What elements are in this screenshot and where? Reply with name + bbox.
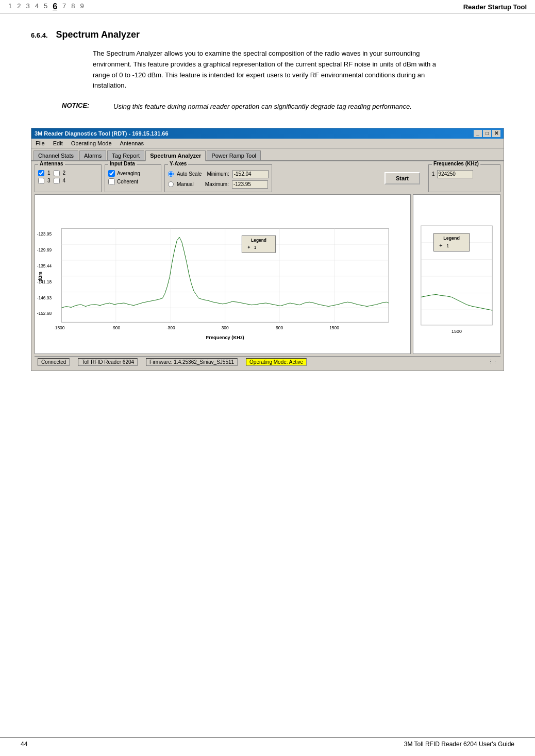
svg-text:1: 1 <box>446 243 449 248</box>
freq-row: 1 <box>432 170 497 178</box>
app-title: Reader Startup Tool <box>463 3 527 11</box>
section-heading: 6.6.4. Spectrum Analyzer <box>31 29 504 40</box>
status-bar: Connected Toll RFID Reader 6204 Firmware… <box>35 356 500 367</box>
coherent-label: Coherent <box>117 179 138 184</box>
tab-power-ramp-tool[interactable]: Power Ramp Tool <box>207 150 261 160</box>
svg-text:900: 900 <box>276 325 283 330</box>
nav-2[interactable]: 2 <box>17 2 21 11</box>
tab-channel-stats[interactable]: Channel Stats <box>34 150 78 160</box>
antennas-group: Antennas 1 2 3 4 <box>35 164 102 192</box>
page-number: 44 <box>21 741 27 748</box>
svg-text:-135.44: -135.44 <box>37 263 52 268</box>
close-button[interactable]: ✕ <box>492 130 500 137</box>
tabs-bar: Channel Stats Alarms Tag Report Spectrum… <box>31 148 504 161</box>
averaging-checkbox[interactable] <box>108 170 115 177</box>
manual-radio[interactable] <box>168 181 174 187</box>
notice-text: Using this feature during normal reader … <box>113 102 412 112</box>
status-firmware: Firmware: 1.4.25362_Siniav_SJ5511 <box>146 358 238 366</box>
content: 6.6.4. Spectrum Analyzer The Spectrum An… <box>0 14 535 417</box>
antenna-3-label: 3 <box>47 178 51 183</box>
input-data-group: Input Data Averaging Coherent <box>105 164 161 192</box>
menu-file[interactable]: File <box>34 140 47 147</box>
y-axes-inner: Auto Scale Minimum: Manual Maximum: <box>168 170 269 189</box>
nav-numbers: 1 2 3 4 5 6 7 8 9 <box>8 2 84 11</box>
svg-text:Frequency (KHz): Frequency (KHz) <box>206 335 244 340</box>
notice-label: NOTICE: <box>62 102 103 112</box>
tab-tag-report[interactable]: Tag Report <box>107 150 144 160</box>
svg-text:✦: ✦ <box>247 245 251 250</box>
minimize-button[interactable]: _ <box>474 130 482 137</box>
resize-handle[interactable]: ⋮⋮ <box>488 359 497 364</box>
maximize-button[interactable]: □ <box>483 130 491 137</box>
menu-edit[interactable]: Edit <box>51 140 65 147</box>
svg-text:-129.69: -129.69 <box>37 247 52 253</box>
start-button[interactable]: Start <box>384 172 420 184</box>
svg-text:1: 1 <box>254 245 257 250</box>
manual-label: Manual <box>177 181 194 187</box>
svg-text:dBm: dBm <box>38 272 43 281</box>
menu-antennas[interactable]: Antennas <box>118 140 146 147</box>
nav-8[interactable]: 8 <box>71 2 75 11</box>
frequencies-group: Frequencies (KHz) 1 <box>428 164 500 192</box>
window-controls: _ □ ✕ <box>474 130 500 137</box>
input-data-label: Input Data <box>108 161 137 166</box>
coherent-checkbox[interactable] <box>108 178 115 185</box>
manual-row: Manual Maximum: <box>168 180 269 189</box>
section-number: 6.6.4. <box>31 31 48 39</box>
auto-scale-radio[interactable] <box>168 171 174 177</box>
tab-alarms[interactable]: Alarms <box>79 150 106 160</box>
antenna-4-checkbox[interactable] <box>54 178 60 184</box>
status-connected: Connected <box>38 358 70 366</box>
status-operating-mode: Operating Mode: Active <box>246 358 307 366</box>
freq-1-input[interactable] <box>437 170 473 178</box>
doc-title: 3M Toll RFID Reader 6204 User's Guide <box>404 741 514 748</box>
nav-9[interactable]: 9 <box>80 2 84 11</box>
status-reader: Toll RFID Reader 6204 <box>78 358 138 366</box>
svg-text:-1500: -1500 <box>54 325 65 330</box>
controls-row: Antennas 1 2 3 4 I <box>35 164 500 192</box>
auto-scale-label: Auto Scale <box>177 171 202 177</box>
nav-5[interactable]: 5 <box>44 2 47 11</box>
nav-1[interactable]: 1 <box>8 2 12 11</box>
svg-text:300: 300 <box>222 325 229 330</box>
nav-7[interactable]: 7 <box>62 2 66 11</box>
chart-section: -123.95 -129.69 -135.44 -141.18 -146.93 … <box>35 194 500 354</box>
svg-text:Legend: Legend <box>443 236 460 241</box>
window-title: 3M Reader Diagnostics Tool (RDT) - 169.1… <box>35 130 169 137</box>
svg-text:-146.93: -146.93 <box>37 295 52 300</box>
antenna-2-checkbox[interactable] <box>54 170 60 176</box>
tool-content: Antennas 1 2 3 4 I <box>31 161 504 371</box>
antennas-group-label: Antennas <box>38 161 65 166</box>
averaging-label: Averaging <box>117 171 140 176</box>
antenna-3-checkbox[interactable] <box>38 178 44 184</box>
nav-6-current[interactable]: 6 <box>53 2 57 11</box>
y-axes-group: Y-Axes Auto Scale Minimum: Manual Maximu… <box>164 164 272 192</box>
minimum-input[interactable] <box>232 170 269 178</box>
mini-chart-svg: 1500 Legend ✦ 1 <box>413 195 500 354</box>
svg-text:-123.95: -123.95 <box>37 231 52 237</box>
rdt-window: 3M Reader Diagnostics Tool (RDT) - 169.1… <box>31 128 504 371</box>
antennas-row: 1 2 <box>38 170 98 176</box>
svg-text:✦: ✦ <box>439 243 443 248</box>
svg-text:1500: 1500 <box>329 325 339 330</box>
tab-spectrum-analyzer[interactable]: Spectrum Analyzer <box>145 150 206 161</box>
antenna-2-label: 2 <box>63 170 66 176</box>
svg-text:-300: -300 <box>166 325 175 330</box>
page-footer: 44 3M Toll RFID Reader 6204 User's Guide <box>0 737 535 748</box>
maximum-input[interactable] <box>232 180 268 189</box>
frequencies-label: Frequencies (KHz) <box>432 161 480 166</box>
body-text: The Spectrum Analyzer allows you to exam… <box>93 48 443 91</box>
nav-3[interactable]: 3 <box>26 2 29 11</box>
window-titlebar: 3M Reader Diagnostics Tool (RDT) - 169.1… <box>31 128 504 139</box>
antenna-4-label: 4 <box>63 178 66 183</box>
minimum-label: Minimum: <box>207 171 229 177</box>
menu-bar: File Edit Operating Mode Antennas <box>31 139 504 148</box>
nav-4[interactable]: 4 <box>35 2 39 11</box>
menu-operating-mode[interactable]: Operating Mode <box>69 140 114 147</box>
svg-text:-152.68: -152.68 <box>37 311 52 316</box>
antenna-1-label: 1 <box>47 170 51 176</box>
mini-chart: 1500 Legend ✦ 1 <box>413 194 500 354</box>
svg-text:1500: 1500 <box>452 329 462 334</box>
antenna-1-checkbox[interactable] <box>38 170 44 176</box>
maximum-label: Maximum: <box>205 181 229 187</box>
